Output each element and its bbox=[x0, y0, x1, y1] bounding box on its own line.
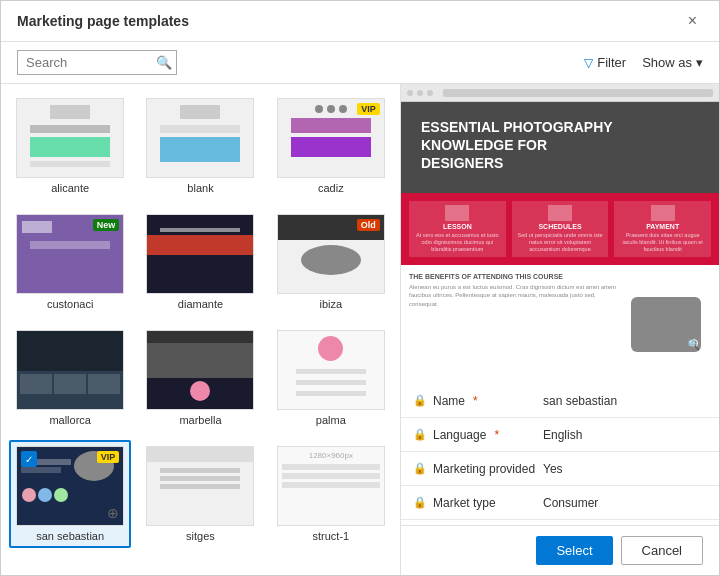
template-label-alicante: alicante bbox=[51, 182, 89, 194]
template-label-san-sebastian: san sebastian bbox=[36, 530, 104, 542]
template-item-marbella[interactable]: marbella bbox=[139, 324, 261, 432]
template-item-struct-1[interactable]: 1280×960px struct-1 bbox=[270, 440, 392, 548]
prop-row-marketing-provided: 🔒 Marketing provided Yes bbox=[401, 452, 719, 486]
selected-checkmark bbox=[21, 451, 37, 467]
preview-bottom: THE BENEFITS OF ATTENDING THIS COURSE Al… bbox=[401, 265, 719, 384]
prop-value-market-type: Consumer bbox=[543, 496, 707, 510]
preview-mockup: ESSENTIAL PHOTOGRAPHY KNOWLEDGE FOR DESI… bbox=[401, 84, 719, 384]
toolbar-right: ▽ Filter Show as ▾ bbox=[584, 55, 703, 70]
magnify-icon: ⊕ bbox=[107, 505, 119, 521]
preview-cards-row: LESSON At vero eos et accusamus et iusto… bbox=[401, 193, 719, 265]
prop-row-name: 🔒 Name * san sebastian bbox=[401, 384, 719, 418]
template-thumb-custonaci: New bbox=[16, 214, 124, 294]
template-grid-panel: alicante blank VIP bbox=[1, 84, 401, 575]
dialog-title: Marketing page templates bbox=[17, 13, 189, 29]
preview-camera-image: ⊕ bbox=[631, 297, 701, 352]
template-label-palma: palma bbox=[316, 414, 346, 426]
preview-hero-title: ESSENTIAL PHOTOGRAPHY KNOWLEDGE FOR DESI… bbox=[421, 118, 699, 173]
template-item-custonaci[interactable]: New custonaci bbox=[9, 208, 131, 316]
right-panel: ESSENTIAL PHOTOGRAPHY KNOWLEDGE FOR DESI… bbox=[401, 84, 719, 575]
template-label-mallorca: mallorca bbox=[49, 414, 91, 426]
template-item-diamante[interactable]: diamante bbox=[139, 208, 261, 316]
marketing-templates-dialog: Marketing page templates × 🔍 ▽ Filter Sh… bbox=[0, 0, 720, 576]
close-button[interactable]: × bbox=[682, 11, 703, 31]
template-item-palma[interactable]: palma bbox=[270, 324, 392, 432]
template-thumb-palma bbox=[277, 330, 385, 410]
preview-area: ESSENTIAL PHOTOGRAPHY KNOWLEDGE FOR DESI… bbox=[401, 84, 719, 384]
dialog-header: Marketing page templates × bbox=[1, 1, 719, 42]
template-thumb-mallorca bbox=[16, 330, 124, 410]
prop-label-language: 🔒 Language * bbox=[413, 428, 543, 442]
filter-label: Filter bbox=[597, 55, 626, 70]
prop-label-name: 🔒 Name * bbox=[413, 394, 543, 408]
badge-new: New bbox=[93, 219, 120, 231]
template-item-mallorca[interactable]: mallorca bbox=[9, 324, 131, 432]
lock-icon-marketing: 🔒 bbox=[413, 462, 427, 475]
prop-label-marketing-provided: 🔒 Marketing provided bbox=[413, 462, 543, 476]
prop-value-language: English bbox=[543, 428, 707, 442]
lock-icon-name: 🔒 bbox=[413, 394, 427, 407]
preview-card-schedules: SCHEDULES Sed ut perspiciatis unde omnis… bbox=[512, 201, 609, 257]
template-label-diamante: diamante bbox=[178, 298, 223, 310]
chevron-down-icon: ▾ bbox=[696, 55, 703, 70]
preview-card-lesson: LESSON At vero eos et accusamus et iusto… bbox=[409, 201, 506, 257]
select-button[interactable]: Select bbox=[536, 536, 612, 565]
prop-value-marketing-provided: Yes bbox=[543, 462, 707, 476]
dialog-footer: Select Cancel bbox=[401, 525, 719, 575]
template-thumb-cadiz: VIP bbox=[277, 98, 385, 178]
dialog-toolbar: 🔍 ▽ Filter Show as ▾ bbox=[1, 42, 719, 84]
template-label-custonaci: custonaci bbox=[47, 298, 93, 310]
prop-row-market-type: 🔒 Market type Consumer bbox=[401, 486, 719, 520]
show-as-label: Show as bbox=[642, 55, 692, 70]
template-label-marbella: marbella bbox=[179, 414, 221, 426]
template-label-ibiza: ibiza bbox=[320, 298, 343, 310]
lock-icon-language: 🔒 bbox=[413, 428, 427, 441]
preview-text-col: THE BENEFITS OF ATTENDING THIS COURSE Al… bbox=[409, 273, 621, 376]
magnify-icon: ⊕ bbox=[689, 336, 699, 350]
badge-old: Old bbox=[357, 219, 380, 231]
search-input[interactable] bbox=[26, 55, 156, 70]
properties-panel: 🔒 Name * san sebastian 🔒 Language * Engl… bbox=[401, 384, 719, 525]
browser-bar bbox=[401, 84, 719, 102]
template-label-struct-1: struct-1 bbox=[312, 530, 349, 542]
lock-icon-market-type: 🔒 bbox=[413, 496, 427, 509]
template-thumb-marbella bbox=[146, 330, 254, 410]
filter-icon: ▽ bbox=[584, 56, 593, 70]
prop-label-market-type: 🔒 Market type bbox=[413, 496, 543, 510]
filter-button[interactable]: ▽ Filter bbox=[584, 55, 626, 70]
template-item-alicante[interactable]: alicante bbox=[9, 92, 131, 200]
prop-row-language: 🔒 Language * English bbox=[401, 418, 719, 452]
dialog-body: alicante blank VIP bbox=[1, 84, 719, 575]
search-box: 🔍 bbox=[17, 50, 177, 75]
template-item-san-sebastian[interactable]: VIP ⊕ bbox=[9, 440, 131, 548]
template-thumb-blank bbox=[146, 98, 254, 178]
show-as-button[interactable]: Show as ▾ bbox=[642, 55, 703, 70]
template-grid: alicante blank VIP bbox=[9, 92, 392, 548]
template-item-ibiza[interactable]: Old ibiza bbox=[270, 208, 392, 316]
badge-vip-san-sebastian: VIP bbox=[97, 451, 120, 463]
prop-value-name: san sebastian bbox=[543, 394, 707, 408]
preview-card-payment: PAYMENT Praesent duis vitae orci augue i… bbox=[614, 201, 711, 257]
template-thumb-ibiza: Old bbox=[277, 214, 385, 294]
template-thumb-struct-1: 1280×960px bbox=[277, 446, 385, 526]
template-thumb-alicante bbox=[16, 98, 124, 178]
template-item-cadiz[interactable]: VIP cadiz bbox=[270, 92, 392, 200]
template-label-sitges: sitges bbox=[186, 530, 215, 542]
template-label-blank: blank bbox=[187, 182, 213, 194]
preview-hero: ESSENTIAL PHOTOGRAPHY KNOWLEDGE FOR DESI… bbox=[401, 102, 719, 193]
template-thumb-diamante bbox=[146, 214, 254, 294]
template-item-blank[interactable]: blank bbox=[139, 92, 261, 200]
template-label-cadiz: cadiz bbox=[318, 182, 344, 194]
preview-image-col: ⊕ bbox=[631, 273, 711, 376]
cancel-button[interactable]: Cancel bbox=[621, 536, 703, 565]
template-item-sitges[interactable]: sitges bbox=[139, 440, 261, 548]
template-thumb-san-sebastian: VIP ⊕ bbox=[16, 446, 124, 526]
search-icon: 🔍 bbox=[156, 55, 172, 70]
template-thumb-sitges bbox=[146, 446, 254, 526]
badge-vip: VIP bbox=[357, 103, 380, 115]
